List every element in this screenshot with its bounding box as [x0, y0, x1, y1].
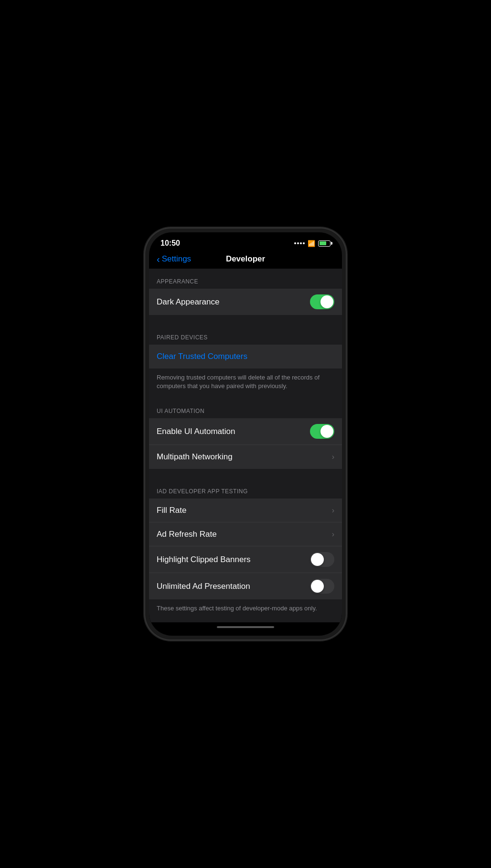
clear-trusted-label: Clear Trusted Computers — [157, 352, 247, 361]
enable-ui-automation-toggle[interactable] — [310, 424, 334, 439]
fill-rate-right: › — [332, 506, 334, 515]
iad-footer: These settings affect testing of develop… — [149, 599, 342, 622]
back-chevron-icon: ‹ — [157, 254, 160, 264]
unlimited-ad-presentation-row[interactable]: Unlimited Ad Presentation — [149, 573, 342, 599]
fill-rate-row[interactable]: Fill Rate › — [149, 499, 342, 522]
home-indicator — [149, 622, 342, 636]
dark-appearance-label: Dark Appearance — [157, 297, 219, 307]
unlimited-ad-presentation-toggle[interactable] — [310, 579, 334, 594]
fill-rate-label: Fill Rate — [157, 506, 186, 515]
paired-devices-group: Clear Trusted Computers — [149, 345, 342, 369]
nav-bar: ‹ Settings Developer — [149, 251, 342, 269]
enable-ui-automation-label: Enable UI Automation — [157, 427, 235, 436]
enable-ui-automation-row[interactable]: Enable UI Automation — [149, 418, 342, 445]
fill-rate-chevron-icon: › — [332, 506, 334, 515]
battery-icon — [318, 240, 331, 247]
dark-appearance-row[interactable]: Dark Appearance — [149, 289, 342, 315]
settings-scroll-area[interactable]: APPEARANCE Dark Appearance PAIRED DEVICE… — [149, 269, 342, 622]
section-header-ui-automation: UI AUTOMATION — [149, 398, 342, 418]
section-header-appearance: APPEARANCE — [149, 269, 342, 289]
ad-refresh-rate-row[interactable]: Ad Refresh Rate › — [149, 522, 342, 546]
page-title: Developer — [226, 254, 265, 264]
clear-trusted-row[interactable]: Clear Trusted Computers — [149, 345, 342, 369]
ad-refresh-rate-right: › — [332, 530, 334, 539]
highlight-clipped-banners-row[interactable]: Highlight Clipped Banners — [149, 546, 342, 573]
highlight-clipped-banners-toggle[interactable] — [310, 552, 334, 567]
section-header-paired-devices: PAIRED DEVICES — [149, 325, 342, 345]
status-icons: 📶 — [294, 240, 331, 247]
ui-automation-group: Enable UI Automation Multipath Networkin… — [149, 418, 342, 469]
multipath-networking-right: › — [332, 453, 334, 461]
appearance-group: Dark Appearance — [149, 289, 342, 315]
wifi-icon: 📶 — [308, 240, 315, 247]
multipath-networking-row[interactable]: Multipath Networking › — [149, 445, 342, 469]
highlight-clipped-banners-label: Highlight Clipped Banners — [157, 555, 251, 564]
ad-refresh-rate-label: Ad Refresh Rate — [157, 530, 217, 539]
ad-refresh-chevron-icon: › — [332, 530, 334, 539]
status-bar: 10:50 📶 — [149, 232, 342, 251]
iad-group: Fill Rate › Ad Refresh Rate › Highlight … — [149, 499, 342, 599]
signal-icon — [294, 242, 305, 244]
status-time: 10:50 — [160, 239, 180, 248]
section-header-iad: IAD DEVELOPER APP TESTING — [149, 478, 342, 499]
multipath-networking-label: Multipath Networking — [157, 452, 233, 462]
paired-devices-footer: Removing trusted computers will delete a… — [149, 369, 342, 398]
unlimited-ad-presentation-label: Unlimited Ad Presentation — [157, 582, 250, 591]
back-label: Settings — [162, 254, 191, 264]
dark-appearance-toggle[interactable] — [310, 294, 334, 309]
back-button[interactable]: ‹ Settings — [157, 254, 191, 264]
chevron-icon: › — [332, 453, 334, 461]
